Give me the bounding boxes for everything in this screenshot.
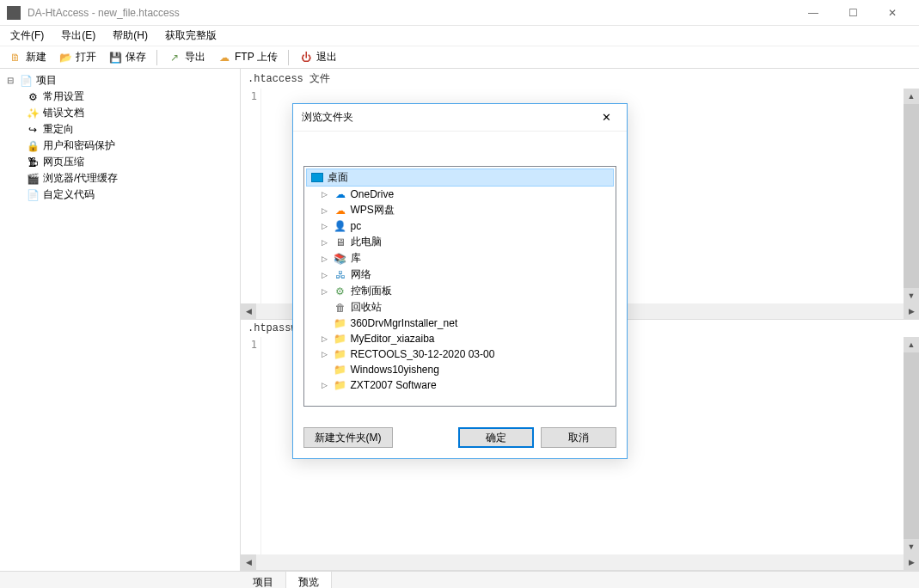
- expand-icon[interactable]: ▷: [320, 334, 330, 343]
- folder-label: 控制面板: [351, 284, 392, 298]
- expand-icon[interactable]: ▷: [320, 381, 330, 389]
- expand-icon[interactable]: ▷: [320, 254, 330, 263]
- scroll-left-icon[interactable]: ◀: [241, 303, 256, 319]
- scroll-up-icon[interactable]: ▲: [904, 337, 919, 352]
- window-controls: — ☐ ✕: [793, 0, 912, 26]
- menu-getfull[interactable]: 获取完整版: [156, 26, 225, 46]
- folder-node[interactable]: 📁Windows10yisheng: [306, 362, 614, 377]
- folder-node[interactable]: ▷📁RECTOOLS_30-12-2020 03-00: [306, 346, 614, 362]
- expand-icon[interactable]: ▷: [320, 222, 330, 230]
- tb-open[interactable]: 📂 打开: [55, 48, 100, 66]
- close-button[interactable]: ✕: [873, 0, 912, 26]
- expand-icon[interactable]: ▷: [320, 190, 330, 199]
- window-titlebar: DA-HtAccess - new_file.htaccess — ☐ ✕: [0, 0, 919, 26]
- tree-node-custom[interactable]: 📄自定义代码: [22, 187, 236, 203]
- tree-node-compress[interactable]: 🗜网页压缩: [22, 154, 236, 170]
- window-title: DA-HtAccess - new_file.htaccess: [28, 7, 793, 19]
- expand-icon[interactable]: ▷: [320, 287, 330, 296]
- folder-label: pc: [351, 220, 362, 232]
- folder-node[interactable]: ▷🖥此电脑: [306, 234, 614, 250]
- ok-button[interactable]: 确定: [458, 427, 534, 448]
- folder-label: 库: [351, 251, 361, 266]
- folder-icon: 🗑: [334, 301, 347, 315]
- folder-tree[interactable]: 桌面 ▷☁OneDrive▷☁WPS网盘▷👤pc▷🖥此电脑▷📚库▷🖧网络▷⚙控制…: [303, 166, 616, 407]
- folder-icon: ☁: [334, 187, 347, 201]
- folder-node[interactable]: ▷⚙控制面板: [306, 283, 614, 299]
- tb-save[interactable]: 💾 保存: [105, 48, 150, 66]
- vertical-scrollbar[interactable]: ▲ ▼: [904, 337, 919, 554]
- folder-label: RECTOOLS_30-12-2020 03-00: [351, 348, 495, 360]
- scroll-right-icon[interactable]: ▶: [904, 554, 919, 570]
- tree-root-label: 项目: [36, 73, 57, 88]
- exit-icon: ⏻: [299, 51, 313, 64]
- folder-node[interactable]: ▷📁MyEditor_xiazaiba: [306, 331, 614, 346]
- app-icon: [7, 6, 21, 20]
- new-folder-button[interactable]: 新建文件夹(M): [303, 427, 393, 448]
- project-tree: ⊟ 📄 项目 ⚙常用设置 ✨错误文档 ↪重定向 🔒用户和密码保护 🗜网页压缩 🎬…: [5, 72, 236, 203]
- tb-export[interactable]: ↗ 导出: [164, 48, 209, 66]
- tree-node-common[interactable]: ⚙常用设置: [22, 89, 236, 105]
- tab-project[interactable]: 项目: [241, 572, 286, 588]
- menu-export[interactable]: 导出(E): [52, 26, 104, 46]
- folder-node[interactable]: ▷☁WPS网盘: [306, 202, 614, 218]
- tree-node-redirect[interactable]: ↪重定向: [22, 121, 236, 138]
- folder-node[interactable]: ▷📁ZXT2007 Software: [306, 377, 614, 393]
- scroll-thumb[interactable]: [904, 104, 919, 288]
- scroll-down-icon[interactable]: ▼: [904, 288, 919, 303]
- htaccess-header: .htaccess 文件: [241, 69, 919, 89]
- folder-icon: 📁: [334, 378, 347, 392]
- tree-node-errordoc[interactable]: ✨错误文档: [22, 105, 236, 121]
- folder-icon: 🖧: [334, 268, 347, 282]
- folder-label: 网络: [351, 267, 371, 282]
- menu-help[interactable]: 帮助(H): [104, 26, 156, 46]
- tab-preview[interactable]: 预览: [286, 572, 332, 588]
- folder-node[interactable]: ▷🖧网络: [306, 266, 614, 283]
- expand-icon[interactable]: ▷: [320, 350, 330, 358]
- folder-label: OneDrive: [351, 188, 395, 200]
- sidebar: ⊟ 📄 项目 ⚙常用设置 ✨错误文档 ↪重定向 🔒用户和密码保护 🗜网页压缩 🎬…: [0, 69, 241, 571]
- toolbar-separator: [156, 50, 157, 65]
- expand-icon[interactable]: ▷: [320, 271, 330, 279]
- folder-node-desktop[interactable]: 桌面: [306, 168, 614, 187]
- folder-node[interactable]: 📁360DrvMgrInstaller_net: [306, 315, 614, 331]
- folder-node[interactable]: ▷📚库: [306, 250, 614, 266]
- scroll-track[interactable]: [256, 554, 904, 570]
- folder-label: Windows10yisheng: [351, 364, 439, 376]
- expand-icon[interactable]: ▷: [320, 206, 330, 215]
- redirect-icon: ↪: [26, 123, 40, 137]
- vertical-scrollbar[interactable]: ▲ ▼: [904, 89, 919, 303]
- line-gutter: 1: [241, 337, 261, 554]
- scroll-thumb[interactable]: [904, 352, 919, 539]
- tb-new[interactable]: 🗎 新建: [5, 48, 50, 66]
- folder-node[interactable]: ▷👤pc: [306, 218, 614, 234]
- tree-node-userpwd[interactable]: 🔒用户和密码保护: [22, 138, 236, 154]
- scroll-left-icon[interactable]: ◀: [241, 554, 256, 570]
- folder-node[interactable]: ▷☁OneDrive: [306, 187, 614, 202]
- folder-icon: 🖥: [334, 236, 347, 249]
- menu-file[interactable]: 文件(F): [2, 26, 52, 46]
- folder-label: 回收站: [351, 300, 382, 315]
- folder-node[interactable]: 🗑回收站: [306, 299, 614, 315]
- scroll-down-icon[interactable]: ▼: [904, 539, 919, 554]
- minimize-button[interactable]: —: [793, 0, 833, 26]
- folder-icon: 📁: [334, 347, 347, 361]
- save-icon: 💾: [108, 51, 122, 64]
- cancel-button[interactable]: 取消: [541, 427, 616, 448]
- tb-exit[interactable]: ⏻ 退出: [296, 48, 340, 66]
- expand-icon[interactable]: ▷: [320, 238, 330, 247]
- dialog-close-button[interactable]: ✕: [596, 107, 618, 129]
- folder-icon: 📁: [334, 332, 347, 346]
- cache-icon: 🎬: [26, 172, 40, 186]
- line-gutter: 1: [241, 89, 261, 303]
- collapse-icon[interactable]: ⊟: [5, 76, 15, 85]
- maximize-button[interactable]: ☐: [833, 0, 873, 26]
- horizontal-scrollbar[interactable]: ◀ ▶: [241, 554, 919, 570]
- tb-ftp[interactable]: ☁ FTP 上传: [214, 48, 281, 66]
- scroll-right-icon[interactable]: ▶: [904, 303, 919, 319]
- tree-node-cache[interactable]: 🎬浏览器/代理缓存: [22, 170, 236, 187]
- tree-root-project[interactable]: ⊟ 📄 项目: [5, 72, 236, 89]
- ftp-upload-icon: ☁: [217, 51, 231, 64]
- tb-exit-label: 退出: [316, 50, 337, 64]
- scroll-up-icon[interactable]: ▲: [904, 89, 919, 104]
- folder-label: 360DrvMgrInstaller_net: [351, 317, 458, 329]
